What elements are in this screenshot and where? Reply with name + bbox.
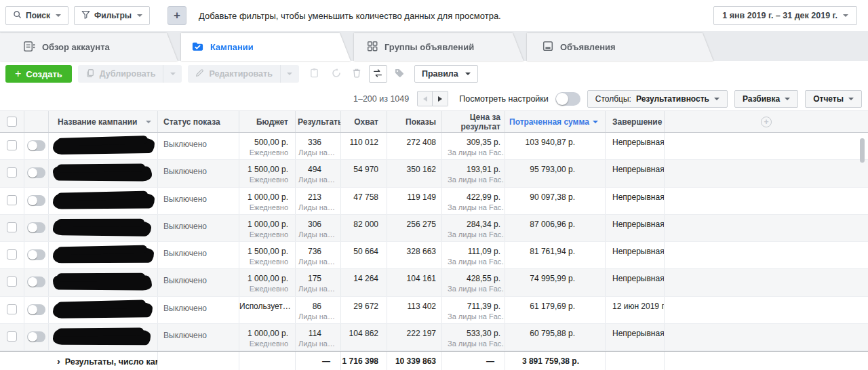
chevron-down-icon: [465, 73, 471, 75]
campaign-name-cell[interactable]: [49, 188, 158, 214]
results-cell: 494 Лиды на…: [296, 160, 341, 186]
edit-menu-button[interactable]: [280, 65, 299, 83]
date-range-label: 1 янв 2019 г. – 31 дек 2019 г.: [722, 11, 837, 20]
tag-button[interactable]: [390, 65, 408, 83]
toggle-knob: [28, 250, 37, 260]
campaign-toggle[interactable]: [27, 195, 45, 206]
reach-cell: 110 012: [341, 133, 387, 159]
tab-ad-sets[interactable]: Группы объявлений: [354, 33, 524, 61]
breakdown-button[interactable]: Разбивка: [734, 90, 798, 108]
row-checkbox[interactable]: [7, 195, 17, 205]
chevron-down-icon: [843, 14, 848, 17]
column-header-status[interactable]: Статус показа: [158, 111, 239, 132]
ab-test-button[interactable]: [369, 65, 387, 83]
budget-cell: Использует…: [239, 297, 296, 323]
campaign-toggle[interactable]: [27, 276, 45, 287]
filters-button[interactable]: Фильтры: [74, 6, 150, 25]
budget-cell: 1 000,00 р. Ежедневно: [239, 188, 296, 214]
add-column-icon[interactable]: +: [761, 117, 772, 127]
delivery-status-cell: Выключено: [158, 188, 239, 214]
row-checkbox[interactable]: [7, 249, 17, 260]
column-header-ends[interactable]: Завершение: [606, 111, 665, 132]
refresh-button[interactable]: [328, 65, 346, 83]
pager: [417, 91, 448, 106]
columns-label: Столбцы:: [595, 94, 631, 104]
row-select-cell: [0, 188, 24, 214]
cost-per-result-cell: 533,30 р. За лиды на Fac…: [442, 324, 505, 350]
select-all-checkbox[interactable]: [7, 117, 17, 127]
rules-button[interactable]: Правила: [414, 65, 478, 83]
next-page-button[interactable]: [433, 91, 448, 106]
account-overview-icon: [23, 40, 36, 55]
clipboard-button[interactable]: [305, 65, 323, 83]
totals-impressions-cell: 10 339 863: [387, 352, 442, 370]
view-settings-toggle[interactable]: [555, 92, 580, 106]
row-select-cell: [0, 242, 24, 268]
campaign-name-cell[interactable]: [49, 324, 158, 350]
amount-spent-cell: 81 761,94 р.: [505, 242, 606, 268]
ends-cell: Непрерывная: [606, 215, 665, 241]
tab-ads[interactable]: Объявления: [527, 33, 713, 61]
impressions-cell: 119 149: [387, 188, 442, 214]
totals-cpr-cell: —: [442, 352, 505, 370]
budget-cell: 1 500,00 р. Ежедневно: [239, 242, 296, 268]
add-filter-button[interactable]: +: [167, 6, 186, 25]
plus-icon: +: [174, 9, 180, 22]
column-header-reach[interactable]: Охват: [341, 111, 387, 132]
create-button[interactable]: + Создать: [5, 65, 72, 83]
ends-cell: Непрерывная: [606, 242, 665, 268]
row-checkbox[interactable]: [7, 222, 17, 232]
campaign-toggle[interactable]: [27, 222, 45, 233]
campaign-toggle[interactable]: [27, 304, 45, 315]
search-button[interactable]: Поиск: [5, 6, 68, 25]
campaign-name-cell[interactable]: [49, 269, 158, 295]
row-checkbox[interactable]: [7, 304, 17, 314]
tab-label: Обзор аккаунта: [42, 42, 110, 52]
reach-cell: 104 862: [341, 324, 387, 350]
table-row: Выключено 1 500,00 р. Ежедневно 736 Лиды…: [0, 242, 868, 269]
expand-chevron-icon[interactable]: ›: [57, 357, 60, 366]
campaign-name-cell[interactable]: [49, 160, 158, 186]
campaign-name-cell[interactable]: [49, 297, 158, 323]
column-header-amount-spent[interactable]: Потраченная сумма: [505, 111, 606, 132]
columns-button[interactable]: Столбцы: Результативность: [587, 90, 728, 108]
tab-campaigns[interactable]: Кампании: [181, 33, 351, 61]
table-row: Выключено 1 000,00 р. Ежедневно 213 Лиды…: [0, 188, 868, 215]
impressions-cell: 350 162: [387, 160, 442, 186]
pencil-icon: [195, 68, 204, 79]
row-checkbox[interactable]: [7, 167, 17, 178]
row-checkbox[interactable]: [7, 276, 17, 287]
empty-cell: [665, 269, 868, 295]
campaign-name-cell[interactable]: [49, 133, 158, 159]
duplicate-button[interactable]: Дублировать: [78, 65, 163, 83]
totals-label: Результаты, число кампа: [65, 357, 158, 367]
campaign-toggle[interactable]: [27, 331, 45, 342]
row-checkbox[interactable]: [7, 331, 17, 342]
actions-toolbar: + Создать Дублировать Редактировать: [0, 61, 868, 87]
reach-cell: 29 672: [341, 297, 387, 323]
campaign-toggle[interactable]: [27, 167, 45, 178]
results-cell: 336 Лиды на…: [296, 133, 341, 159]
column-header-budget[interactable]: Бюджет: [239, 111, 296, 132]
date-range-picker[interactable]: 1 янв 2019 г. – 31 дек 2019 г.: [713, 6, 857, 25]
delete-button[interactable]: [348, 65, 366, 83]
column-header-results[interactable]: Результаты: [296, 111, 341, 132]
cost-per-result-cell: 428,55 р. За лиды на Fac…: [442, 269, 505, 295]
tab-account-overview[interactable]: Обзор аккаунта: [0, 33, 178, 61]
filters-label: Фильтры: [94, 11, 132, 20]
vertical-scrollbar[interactable]: [860, 138, 865, 163]
campaign-name-cell[interactable]: [49, 242, 158, 268]
column-header-name[interactable]: Название кампании: [49, 111, 158, 132]
campaign-toggle[interactable]: [27, 140, 45, 151]
column-header-cost-per-result[interactable]: Цена за результат: [442, 111, 505, 132]
prev-page-button[interactable]: [417, 91, 433, 106]
results-cell: 86 Лиды на…: [296, 297, 341, 323]
campaign-toggle[interactable]: [27, 249, 45, 260]
edit-button[interactable]: Редактировать: [188, 65, 279, 83]
row-checkbox[interactable]: [7, 140, 17, 150]
duplicate-menu-button[interactable]: [163, 65, 182, 83]
campaign-name-cell[interactable]: [49, 215, 158, 241]
redacted-campaign-name: [53, 166, 152, 182]
column-header-impressions[interactable]: Показы: [387, 111, 442, 132]
reports-button[interactable]: Отчеты: [805, 90, 862, 108]
